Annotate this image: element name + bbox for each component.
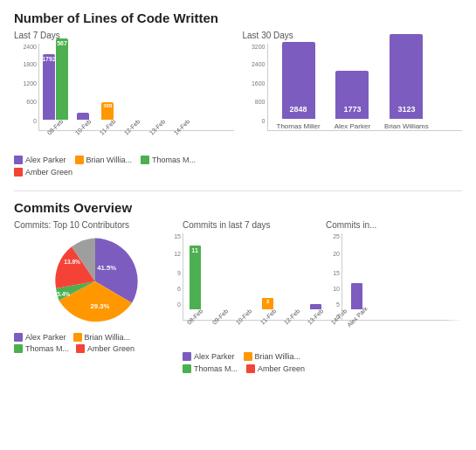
- commits-7days-box: Commits in last 7 days 15 12 9 6 0: [183, 220, 319, 373]
- bar30-alex-bar: 1773: [335, 71, 369, 119]
- cl-label-alex: Alex Parker: [194, 352, 235, 361]
- pie-label-alex-pct: 41.5%: [97, 264, 116, 272]
- bar-alex-08feb-val: 1792: [42, 56, 56, 62]
- legend-amber: Amber Green: [14, 168, 72, 177]
- bar30-brian-bar: 3123: [390, 34, 423, 119]
- legend-brian: Brian Willia...: [75, 156, 133, 164]
- cl-dot-alex: [183, 352, 191, 361]
- commits-partial-inner: Alex Park: [341, 233, 462, 321]
- last7days-bar-chart: 2400 1800 1200 600 0: [14, 44, 234, 149]
- bar30-thomas: 2848 Thomas Miller: [277, 42, 321, 130]
- bar30-thomas-bar: 2848: [282, 42, 315, 119]
- bar30-alex-val: 1773: [343, 105, 361, 114]
- cbar-09feb-label: 09-Feb: [211, 308, 230, 326]
- y30-2400: 2400: [252, 61, 266, 67]
- cbar-11feb: 2 11-Feb: [259, 298, 278, 320]
- cl-brian: Brian Willia...: [244, 352, 301, 361]
- y-1200: 1200: [23, 80, 37, 87]
- cy-12: 12: [174, 251, 181, 257]
- bar30-brian-label: Brian Williams: [384, 122, 429, 130]
- legend-label-amber: Amber Green: [25, 168, 72, 177]
- cp-y15: 15: [333, 270, 340, 276]
- bar-thomas-08feb-val: 567: [57, 40, 67, 46]
- cl-label-brian: Brian Willia...: [255, 352, 301, 361]
- pie-dot-alex: [14, 333, 23, 342]
- section1-charts-row: Last 7 Days 2400 1800 1200 600 0: [14, 31, 462, 177]
- pie-legend-brian: Brian Willia...: [73, 333, 131, 342]
- cp-y20: 20: [333, 251, 340, 257]
- y30-0: 0: [262, 118, 266, 124]
- y-2400: 2400: [23, 44, 37, 50]
- last7days-legend: Alex Parker Brian Willia... Thomas M... …: [14, 156, 234, 177]
- cl-dot-thomas: [183, 364, 191, 373]
- section2-title: Commits Overview: [14, 200, 462, 215]
- y30-800: 800: [255, 99, 266, 105]
- last7days-inner: 1792 567 08-Feb: [38, 44, 234, 131]
- commits-section: Commits Overview Commits: Top 10 Contrib…: [14, 200, 462, 373]
- cbar-12feb: 12-Feb: [282, 308, 301, 320]
- pie-label-amber: Amber Green: [87, 344, 135, 353]
- legend-label-thomas: Thomas M...: [152, 156, 196, 164]
- bar30-brian: 3123 Brian Williams: [384, 34, 429, 130]
- cl-label-thomas: Thomas M...: [194, 364, 238, 373]
- cp-y10: 10: [333, 286, 340, 292]
- legend-label-alex: Alex Parker: [25, 156, 66, 164]
- page-root: Number of Lines of Code Written Last 7 D…: [0, 0, 476, 398]
- bar30-alex-label: Alex Parker: [335, 122, 370, 130]
- cy-6: 6: [177, 286, 181, 292]
- cbar-12feb-label: 12-Feb: [283, 308, 301, 326]
- bar-group-10feb: 10-Feb: [73, 113, 93, 130]
- y30-3200: 3200: [252, 44, 266, 50]
- cbar-13feb-label: 13-Feb: [307, 308, 325, 326]
- cbar-08feb-val: 11: [191, 247, 198, 253]
- cbar-10feb: 10-Feb: [234, 308, 253, 320]
- bar30-thomas-label: Thomas Miller: [277, 122, 321, 130]
- last30days-label: Last 30 Days: [243, 31, 463, 40]
- lines-of-code-section: Number of Lines of Code Written Last 7 D…: [14, 10, 462, 177]
- pie-legend-alex: Alex Parker: [14, 333, 66, 342]
- pie-label-amber-pct: 13.8%: [64, 259, 80, 265]
- cl-thomas: Thomas M...: [183, 364, 238, 373]
- cbar-partial-alex: Alex Park: [344, 283, 370, 320]
- commits-partial-box: Commits in... 25 20 15 10 5 0: [326, 220, 462, 347]
- bar30-thomas-val: 2848: [290, 105, 307, 114]
- bar30-alex: 1773 Alex Parker: [335, 71, 370, 130]
- bar-label-12feb: 12-Feb: [123, 118, 141, 136]
- section1-title: Number of Lines of Code Written: [14, 10, 462, 25]
- pie-label-thomas-pct: 5.4%: [57, 291, 70, 297]
- cl-dot-amber: [246, 364, 255, 373]
- cbar-08feb: 11 08-Feb: [185, 246, 204, 320]
- bar-group-12feb: 12-Feb: [122, 116, 141, 130]
- bar-label-10feb: 10-Feb: [74, 118, 93, 136]
- cp-y25: 25: [333, 233, 340, 239]
- legend-alex: Alex Parker: [14, 156, 66, 164]
- section-divider: [14, 190, 462, 191]
- commits-row: Commits: Top 10 Contributors: [14, 220, 462, 373]
- pie-legend-amber: Amber Green: [76, 344, 135, 353]
- bar-group-13feb: 13-Feb: [148, 116, 167, 130]
- pie-svg: 41.5% 29.3% 5.4% 13.8%: [47, 233, 143, 329]
- bar-thomas-08feb: 567: [56, 38, 68, 120]
- cbar-08feb-green: 11: [190, 246, 201, 309]
- commits-pie-box: Commits: Top 10 Contributors: [14, 220, 176, 353]
- pie-label-brian: Brian Willia...: [85, 333, 131, 342]
- y-600: 600: [26, 99, 37, 105]
- bar-label-08feb: 08-Feb: [46, 118, 65, 136]
- bar-group-08feb: 1792 567 08-Feb: [43, 38, 68, 130]
- cl-amber: Amber Green: [246, 364, 305, 373]
- y-1800: 1800: [23, 61, 37, 67]
- pie-label: Commits: Top 10 Contributors: [14, 220, 176, 230]
- bar-11feb-val: 395: [103, 103, 112, 108]
- cbar-11feb-label: 11-Feb: [259, 308, 277, 326]
- bar-group-14feb: 14-Feb: [172, 116, 191, 130]
- legend-thomas: Thomas M...: [141, 156, 196, 164]
- commits-7days-label: Commits in last 7 days: [183, 220, 319, 230]
- y-0: 0: [33, 118, 37, 124]
- cbar-partial-alex-bar: [351, 283, 362, 309]
- cbar-10feb-label: 10-Feb: [235, 308, 253, 326]
- bar-alex-08feb: 1792: [43, 54, 55, 120]
- bar-label-13feb: 13-Feb: [148, 118, 166, 136]
- commits-partial-chart: 25 20 15 10 5 0: [326, 233, 462, 347]
- cy-15: 15: [174, 233, 181, 239]
- bar-group-11feb: 395 11-Feb: [98, 102, 117, 130]
